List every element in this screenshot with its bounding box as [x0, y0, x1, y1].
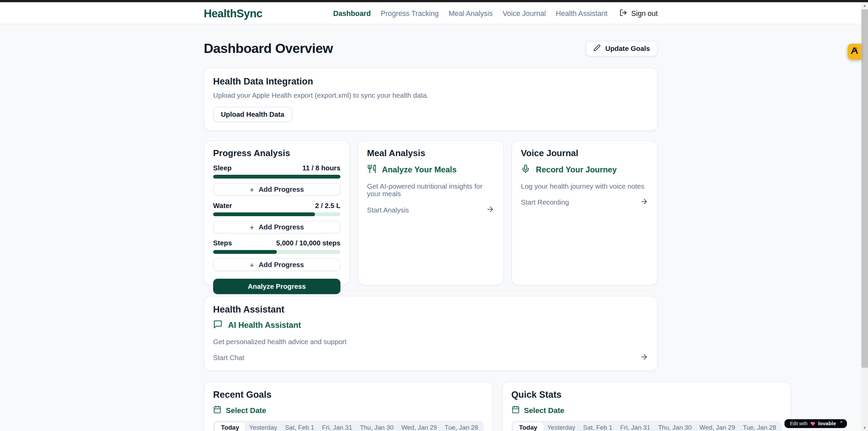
water-value: 2 / 2.5 L [315, 202, 340, 210]
metric-water: Water 2 / 2.5 L +Add Progress [213, 202, 340, 233]
scrollbar-thumb[interactable] [861, 10, 868, 368]
water-progress-fill [213, 212, 315, 216]
steps-add-progress-button[interactable]: +Add Progress [213, 258, 340, 271]
date-tab-jan28[interactable]: Tue, Jan 28 [441, 423, 482, 431]
date-tab-yesterday[interactable]: Yesterday [245, 423, 281, 431]
analyze-your-meals-label: Analyze Your Meals [382, 165, 457, 174]
date-tab-feb1[interactable]: Sat, Feb 1 [579, 423, 616, 431]
select-date-label: Select Date [524, 406, 564, 414]
add-progress-label: Add Progress [259, 261, 304, 268]
start-analysis-link[interactable]: Start Analysis [367, 205, 494, 215]
quick-stats-date-tabs: Today Yesterday Sat, Feb 1 Fri, Jan 31 T… [511, 421, 782, 431]
date-tab-feb1[interactable]: Sat, Feb 1 [281, 423, 318, 431]
meal-analysis-card: Meal Analysis Analyze Your Meals Get AI-… [358, 140, 504, 285]
plus-icon: + [250, 186, 254, 193]
quick-stats-title: Quick Stats [511, 389, 782, 400]
metric-sleep: Sleep 11 / 8 hours +Add Progress [213, 164, 340, 196]
steps-progress-bar [213, 250, 340, 254]
lovable-brand-label: lovable [818, 421, 836, 426]
water-progress-bar [213, 212, 340, 216]
close-icon[interactable]: × [840, 419, 843, 425]
date-tab-jan29[interactable]: Wed, Jan 29 [397, 423, 441, 431]
progress-analysis-title: Progress Analysis [213, 148, 340, 158]
app-screen: HealthSync Dashboard Progress Tracking M… [0, 0, 868, 431]
date-tab-yesterday[interactable]: Yesterday [543, 423, 579, 431]
select-date-label: Select Date [226, 406, 266, 414]
sleep-label: Sleep [213, 164, 231, 172]
water-add-progress-button[interactable]: +Add Progress [213, 221, 340, 233]
vertical-scrollbar[interactable]: ▲ ▼ [861, 2, 868, 431]
upload-health-data-button[interactable]: Upload Health Data [213, 107, 292, 122]
steps-label: Steps [213, 240, 232, 247]
nav-item-voice-journal[interactable]: Voice Journal [503, 9, 546, 17]
voice-journal-desc: Log your health journey with voice notes [521, 183, 648, 190]
signout-label: Sign out [631, 9, 658, 17]
nav-item-progress-tracking[interactable]: Progress Tracking [381, 9, 439, 17]
sleep-progress-fill [213, 175, 340, 179]
nav-item-meal-analysis[interactable]: Meal Analysis [449, 9, 493, 17]
progress-analysis-card: Progress Analysis Sleep 11 / 8 hours +Ad… [204, 140, 350, 285]
window-top-strip [0, 0, 868, 2]
date-tab-jan28[interactable]: Tue, Jan 28 [739, 423, 780, 431]
ai-health-assistant-link[interactable]: AI Health Assistant [213, 320, 648, 331]
recent-goals-title: Recent Goals [213, 389, 483, 400]
top-navbar: HealthSync Dashboard Progress Tracking M… [0, 2, 861, 24]
edit-with-lovable-badge[interactable]: Edit with lovable × [784, 419, 847, 428]
scale-root: HealthSync Dashboard Progress Tracking M… [0, 0, 868, 431]
metric-steps: Steps 5,000 / 10,000 steps +Add Progress [213, 240, 340, 271]
plus-icon: + [250, 261, 254, 268]
scrollbar-down-arrow[interactable]: ▼ [861, 425, 868, 431]
analyze-your-meals-link[interactable]: Analyze Your Meals [367, 164, 494, 175]
scrollbar-up-arrow[interactable]: ▲ [861, 2, 868, 9]
record-your-journey-label: Record Your Journey [536, 165, 617, 174]
start-analysis-label: Start Analysis [367, 206, 409, 214]
date-tab-today[interactable]: Today [513, 423, 544, 431]
start-chat-link[interactable]: Start Chat [213, 353, 648, 363]
content-area: HealthSync Dashboard Progress Tracking M… [0, 2, 861, 431]
date-tab-jan31[interactable]: Fri, Jan 31 [616, 423, 654, 431]
lovable-mark-icon [850, 46, 858, 57]
date-tab-jan31[interactable]: Fri, Jan 31 [318, 423, 356, 431]
brand-logo[interactable]: HealthSync [204, 7, 263, 19]
floating-widget-button[interactable] [848, 44, 862, 60]
voice-journal-card: Voice Journal Record Your Journey Log yo… [512, 140, 658, 285]
arrow-right-icon [640, 198, 648, 207]
update-goals-label: Update Goals [605, 45, 650, 53]
start-recording-label: Start Recording [521, 199, 569, 206]
microphone-icon [521, 164, 530, 175]
logout-icon [620, 8, 627, 18]
sleep-add-progress-button[interactable]: +Add Progress [213, 183, 340, 195]
recent-goals-select-date[interactable]: Select Date [213, 405, 483, 415]
date-tab-today[interactable]: Today [215, 423, 245, 431]
start-chat-label: Start Chat [213, 354, 244, 362]
recent-goals-date-tabs: Today Yesterday Sat, Feb 1 Fri, Jan 31 T… [213, 421, 483, 431]
health-data-subtitle: Upload your Apple Health export (export.… [213, 92, 648, 99]
health-data-title: Health Data Integration [213, 76, 648, 87]
record-your-journey-link[interactable]: Record Your Journey [521, 164, 648, 175]
voice-journal-title: Voice Journal [521, 148, 648, 158]
signout-button[interactable]: Sign out [620, 8, 658, 18]
quick-stats-card: Quick Stats Select Date Today Yesterday … [502, 381, 791, 431]
date-tab-jan30[interactable]: Thu, Jan 30 [654, 423, 696, 431]
steps-value: 5,000 / 10,000 steps [276, 240, 340, 247]
ai-health-assistant-label: AI Health Assistant [228, 321, 301, 330]
page-title: Dashboard Overview [204, 41, 333, 57]
date-tab-jan29[interactable]: Wed, Jan 29 [695, 423, 739, 431]
update-goals-button[interactable]: Update Goals [586, 41, 658, 57]
main-content: Dashboard Overview Update Goals Health D… [204, 24, 658, 431]
recent-goals-card: Recent Goals Select Date Today Yesterday… [204, 381, 493, 431]
date-tab-jan30[interactable]: Thu, Jan 30 [356, 423, 397, 431]
analyze-progress-button[interactable]: Analyze Progress [213, 279, 340, 294]
arrow-right-icon [486, 205, 494, 215]
utensils-icon [367, 164, 376, 175]
start-recording-link[interactable]: Start Recording [521, 198, 648, 207]
chat-bubble-icon [213, 320, 223, 331]
water-label: Water [213, 202, 232, 210]
quick-stats-select-date[interactable]: Select Date [511, 405, 782, 415]
add-progress-label: Add Progress [259, 186, 304, 193]
sleep-progress-bar [213, 175, 340, 179]
nav-item-health-assistant[interactable]: Health Assistant [556, 9, 607, 17]
steps-progress-fill [213, 250, 277, 254]
nav-item-dashboard[interactable]: Dashboard [333, 9, 371, 17]
heart-icon [810, 421, 815, 426]
